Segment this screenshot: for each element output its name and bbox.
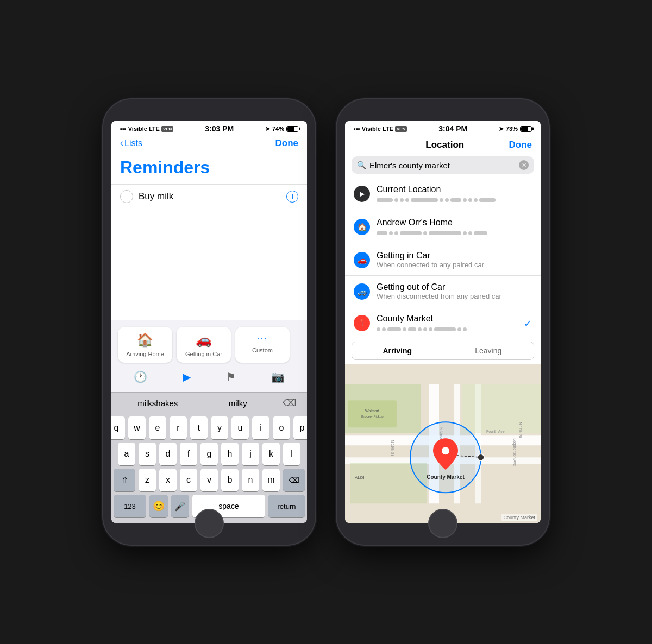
carrier-label-2: Visible [362,125,381,132]
legal-text: County Market [501,514,537,521]
back-label: Lists [124,138,142,148]
arriving-home-button[interactable]: 🏠 Arriving Home [118,327,172,363]
location-item-getting-in-car[interactable]: 🚗 Getting in Car When connected to any p… [345,244,541,276]
getting-in-car-button[interactable]: 🚗 Getting in Car [177,327,231,363]
status-right-2: ➤ 73% [499,125,532,132]
network-type-2: LTE [383,125,393,132]
camera-icon[interactable]: 📷 [271,370,285,383]
delete-word-button[interactable]: ⌫ [278,397,300,409]
key-j[interactable]: j [242,443,259,465]
time-display-2: 3:04 PM [438,124,467,133]
key-o[interactable]: o [273,416,290,439]
reminder-input-row[interactable]: Buy milk i [111,184,307,209]
key-e[interactable]: e [149,416,166,439]
phone-2: ▪▪▪ Visible LTE VPN 3:04 PM ➤ 73% Locati… [337,99,549,545]
key-v[interactable]: v [200,469,218,491]
key-b[interactable]: b [221,469,239,491]
key-x[interactable]: x [159,469,177,491]
key-l[interactable]: l [283,443,300,465]
vpn-badge-2: VPN [395,126,407,132]
key-w[interactable]: w [128,416,146,439]
key-k[interactable]: k [262,443,280,465]
search-input-text[interactable]: Elmer's county market [369,161,516,170]
quick-action-buttons: 🏠 Arriving Home 🚗 Getting in Car ··· Cus… [116,327,303,363]
key-n[interactable]: n [242,469,259,491]
autocomplete-word-1[interactable]: milkshakes [118,399,198,408]
arriving-button[interactable]: Arriving [352,342,443,359]
key-p[interactable]: p [293,416,307,439]
battery-body [286,126,298,132]
app-title: Reminders [120,157,298,178]
key-z[interactable]: z [139,469,156,491]
quick-actions-area: 🏠 Arriving Home 🚗 Getting in Car ··· Cus… [111,320,307,392]
key-d[interactable]: d [159,443,177,465]
status-left-2: ▪▪▪ Visible LTE VPN [354,125,407,132]
current-location-name: Current Location [377,185,532,194]
phone-2-notch [405,99,481,115]
svg-rect-8 [462,384,541,433]
location-item-home[interactable]: 🏠 Andrew Orr's Home [345,211,541,244]
reminder-checkbox[interactable] [120,190,133,203]
shift-key[interactable]: ⇧ [114,469,135,491]
key-g[interactable]: g [200,443,218,465]
key-y[interactable]: y [211,416,228,439]
flag-icon[interactable]: ⚑ [226,370,236,383]
key-i[interactable]: i [252,416,269,439]
key-h[interactable]: h [221,443,239,465]
keyboard-row-3: ⇧ z x c v b n m ⌫ [114,469,305,491]
car-icon: 🚗 [196,332,212,348]
search-icon: 🔍 [357,161,366,169]
custom-button[interactable]: ··· Custom [235,327,290,363]
getting-out-car-name: Getting out of Car [377,282,532,292]
phone-notch [171,99,247,115]
current-location-icon: ▶ [354,186,370,202]
clock-icon[interactable]: 🕐 [134,370,147,383]
keyboard: q w e r t y u i o p a s d f g h j k l [111,413,307,523]
leaving-button[interactable]: Leaving [443,342,534,359]
return-key[interactable]: return [268,495,305,517]
search-clear-button[interactable]: ✕ [519,160,529,170]
reminder-text-input[interactable]: Buy milk [139,191,281,202]
content-area [111,209,307,320]
key-a[interactable]: a [118,443,135,465]
phone-1-screen: ▪▪▪ Visible LTE VPN 3:03 PM ➤ 74% ‹ List… [111,121,307,523]
backspace-key[interactable]: ⌫ [283,469,305,491]
location-icon[interactable]: ▶ [183,370,191,383]
svg-text:Fourth Ave: Fourth Ave [486,430,505,433]
microphone-key[interactable]: 🎤 [171,495,190,517]
location-item-current[interactable]: ▶ Current Location [345,178,541,211]
location-item-county-market[interactable]: 📍 County Market ✓ [345,307,541,337]
done-button-2[interactable]: Done [509,140,532,150]
location-header: Location Done [345,135,541,156]
number-key[interactable]: 123 [114,495,146,517]
info-button[interactable]: i [286,191,298,203]
key-s[interactable]: s [139,443,156,465]
key-q[interactable]: q [111,416,125,439]
back-arrow-icon: ‹ [120,137,123,149]
signal-icon-2: ▪▪▪ [354,125,360,132]
getting-out-car-text: Getting out of Car When disconnected fro… [377,282,532,300]
svg-text:County Market: County Market [427,474,465,480]
battery-percent-2: 73% [506,125,518,132]
status-bar-2: ▪▪▪ Visible LTE VPN 3:04 PM ➤ 73% [345,121,541,135]
key-m[interactable]: m [262,469,280,491]
key-c[interactable]: c [180,469,197,491]
key-t[interactable]: t [190,416,208,439]
home-button-2[interactable] [428,509,457,538]
done-button-1[interactable]: Done [275,138,299,149]
map-area[interactable]: Walmart Grocery Pickup Fourth Ave Stephe… [345,364,541,523]
autocomplete-word-2[interactable]: milky [198,399,278,408]
home-button-1[interactable] [195,509,224,538]
getting-out-car-subtitle: When disconnected from any paired car [377,292,532,300]
location-search-bar[interactable]: 🔍 Elmer's county market ✕ [352,156,534,174]
location-item-getting-out-car[interactable]: 🚙 Getting out of Car When disconnected f… [345,276,541,307]
emoji-key[interactable]: 😊 [149,495,168,517]
battery-indicator-2 [520,126,532,132]
key-r[interactable]: r [170,416,187,439]
back-button[interactable]: ‹ Lists [120,137,142,149]
county-market-checkmark: ✓ [524,318,532,330]
key-f[interactable]: f [180,443,197,465]
key-u[interactable]: u [231,416,249,439]
battery-body-2 [520,126,532,132]
svg-text:ALDI: ALDI [355,475,365,480]
